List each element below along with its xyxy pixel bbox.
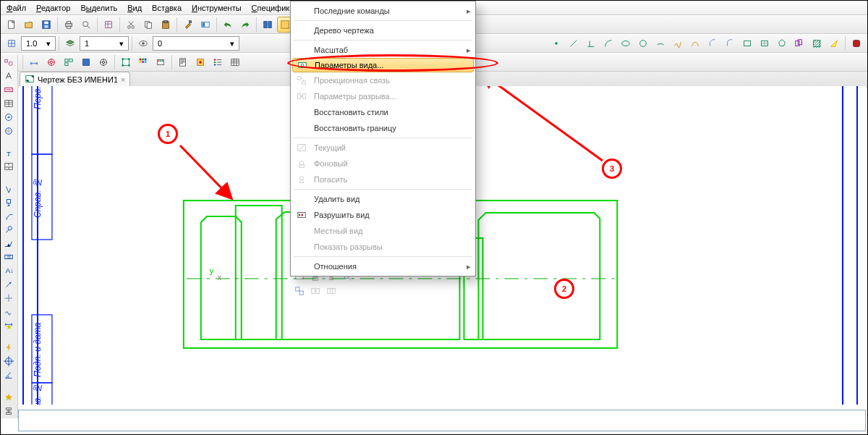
layer-visible-button[interactable] xyxy=(135,35,151,51)
vt-angle-button[interactable] xyxy=(1,369,16,381)
vt-autodim-button[interactable]: ★ xyxy=(1,320,16,332)
vt-geom-button[interactable] xyxy=(1,56,16,69)
vt-arrow-button[interactable] xyxy=(1,279,16,291)
bbox-button[interactable] xyxy=(118,54,134,70)
vt-bolt-button[interactable] xyxy=(1,342,16,354)
drawing-tab[interactable]: Чертеж БЕЗ ИМЕНИ1 × xyxy=(20,72,130,87)
mini-size-icon[interactable] xyxy=(325,284,338,297)
geo-circle-button[interactable] xyxy=(635,35,651,51)
ctx-relations[interactable]: Отношения▸ xyxy=(291,258,475,274)
redo-button[interactable] xyxy=(237,17,253,33)
menu-select[interactable]: Выделить xyxy=(77,2,120,14)
geo-highlight-button[interactable] xyxy=(826,35,842,51)
preview-button[interactable] xyxy=(78,17,94,33)
layer-combo[interactable]: 1▾ xyxy=(80,36,129,51)
geo-perpline-button[interactable] xyxy=(583,35,599,51)
line-width-combo[interactable]: 1.0▾ xyxy=(21,36,56,51)
ctx-restore-styles[interactable]: Восстановить стили xyxy=(291,104,475,120)
geo-offset-button[interactable] xyxy=(791,35,807,51)
undo-button[interactable] xyxy=(220,17,236,33)
vt-star-button[interactable] xyxy=(1,391,16,403)
vt-tag-button[interactable] xyxy=(1,111,16,124)
menu-file[interactable]: ФФайлайл xyxy=(4,2,29,14)
menu-view[interactable]: Вид xyxy=(124,2,145,14)
color-block-button[interactable] xyxy=(192,54,208,70)
doc-open-button[interactable] xyxy=(175,54,191,70)
new-doc-button[interactable] xyxy=(4,17,20,33)
geo-spline-button[interactable] xyxy=(670,35,686,51)
svg-point-27 xyxy=(622,41,630,46)
vt-assembly-button[interactable] xyxy=(1,125,16,138)
styles-button[interactable] xyxy=(197,17,213,33)
menu-insert[interactable]: Вставка xyxy=(149,2,184,14)
ctx-destroy-view[interactable]: Разрушить вид xyxy=(291,207,475,223)
vt-text2-button[interactable]: T xyxy=(1,147,16,159)
geo-polygon-button[interactable] xyxy=(774,35,790,51)
geo-arc-button[interactable] xyxy=(600,35,616,51)
geo-crect-button[interactable] xyxy=(757,35,773,51)
svg-rect-34 xyxy=(854,41,860,47)
library-button[interactable] xyxy=(260,17,276,33)
paste-button[interactable] xyxy=(158,17,174,33)
svg-rect-101 xyxy=(313,277,318,280)
grid-button[interactable] xyxy=(4,35,20,51)
zoom-combo[interactable]: 0▾ xyxy=(153,36,239,51)
vt-weld-button[interactable] xyxy=(1,237,16,250)
print-button[interactable] xyxy=(61,17,77,33)
brush-button[interactable] xyxy=(180,17,196,33)
swatch-button[interactable] xyxy=(153,54,169,70)
vt-frame-button[interactable] xyxy=(1,251,16,263)
geo-rect-button[interactable] xyxy=(739,35,755,51)
ctx-recent[interactable]: Последние команды▸ xyxy=(291,3,475,19)
blue-button[interactable] xyxy=(78,54,94,70)
cut-button[interactable] xyxy=(123,17,139,33)
geo-hatch-button[interactable] xyxy=(809,35,825,51)
vt-stamp-button[interactable] xyxy=(1,161,16,173)
vt-roughness-button[interactable] xyxy=(1,182,16,195)
vt-balloon-button[interactable] xyxy=(1,224,16,236)
vertical-toolbar: T A↓ ★ xyxy=(1,55,18,418)
vt-wave-button[interactable] xyxy=(1,306,16,318)
save-button[interactable] xyxy=(38,17,54,33)
copy-button[interactable] xyxy=(140,17,156,33)
mini-toolbar2 xyxy=(293,284,338,297)
vt-target-button[interactable] xyxy=(1,355,16,368)
menu-editor[interactable]: Редактор xyxy=(33,2,73,14)
wheel-button[interactable] xyxy=(95,54,111,70)
layers-button[interactable] xyxy=(62,35,78,51)
vt-center-button[interactable] xyxy=(1,292,16,305)
vt-section-button[interactable]: A↓ xyxy=(1,265,16,277)
mini-bbox-icon[interactable] xyxy=(309,284,322,297)
stop-button[interactable] xyxy=(848,35,864,51)
svg-rect-39 xyxy=(65,63,68,66)
props-button[interactable] xyxy=(101,17,116,33)
vt-datum-button[interactable] xyxy=(1,196,16,208)
dim-settings-button[interactable] xyxy=(26,54,42,70)
geo-chamfer-button[interactable] xyxy=(705,35,720,51)
layout-button[interactable] xyxy=(61,54,77,70)
geo-fillet-button[interactable] xyxy=(722,35,738,51)
ctx-del-view[interactable]: Удалить вид xyxy=(291,191,475,207)
tab-close-icon[interactable]: × xyxy=(121,75,125,84)
table-insert-button[interactable] xyxy=(227,54,243,70)
geo-point-button[interactable] xyxy=(548,35,564,51)
vt-leader-button[interactable] xyxy=(1,210,16,222)
ctx-restore-bounds[interactable]: Восстановить границу xyxy=(291,120,475,136)
vt-clamp-button[interactable] xyxy=(1,405,16,417)
open-button[interactable] xyxy=(21,17,37,33)
palette-button[interactable] xyxy=(135,54,151,70)
svg-rect-18 xyxy=(264,22,267,28)
vt-text-button[interactable] xyxy=(1,70,16,83)
geo-line-button[interactable] xyxy=(566,35,582,51)
colored-list-button[interactable] xyxy=(210,54,226,70)
geo-ellipsearc-button[interactable] xyxy=(652,35,668,51)
geo-bezier-button[interactable] xyxy=(687,35,703,51)
vt-table-button[interactable] xyxy=(1,98,16,110)
vt-value-button[interactable] xyxy=(1,84,16,96)
mini-props-icon[interactable] xyxy=(293,284,306,297)
ctx-break-params: Параметры разрыва... xyxy=(291,88,475,104)
geo-ellipse-button[interactable] xyxy=(618,35,634,51)
anchor-button[interactable] xyxy=(43,54,59,70)
ctx-tree[interactable]: Дерево чертежа xyxy=(291,22,475,38)
menu-tools[interactable]: Инструменты xyxy=(189,2,244,14)
